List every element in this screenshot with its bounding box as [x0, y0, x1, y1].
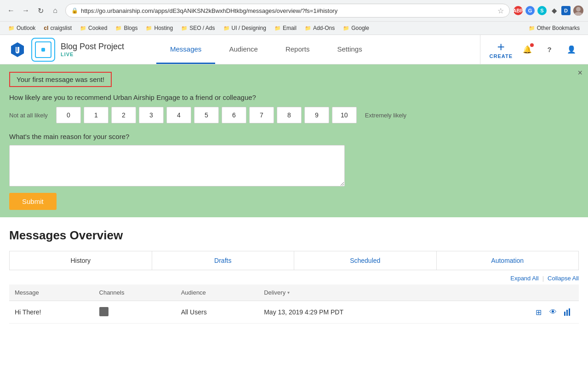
back-button[interactable]: ←: [5, 4, 17, 17]
seo-label: SEO / Ads: [189, 25, 215, 31]
app-title-area: Blog Post Project LIVE: [61, 42, 124, 57]
svg-rect-3: [566, 310, 568, 316]
nav-buttons: ← → ↻ ⌂: [5, 4, 62, 17]
url-text: https://go.urbanairship.com/apps/dE3qANi…: [81, 7, 495, 14]
nav-audience[interactable]: Audience: [215, 35, 272, 64]
app-project-logo-dot: [41, 48, 45, 52]
survey-banner: × Your first message was sent! How likel…: [0, 64, 588, 217]
scale-1[interactable]: 1: [84, 107, 108, 123]
other-bookmarks[interactable]: 📁 Other Bookmarks: [525, 23, 583, 33]
bookmark-addons[interactable]: 📁 Add-Ons: [301, 23, 338, 33]
expand-all-link[interactable]: Expand All: [510, 275, 538, 282]
app-nav: Messages Audience Reports Settings: [156, 35, 480, 64]
email-folder-icon: 📁: [274, 25, 281, 31]
scale-4[interactable]: 4: [166, 107, 191, 123]
user-avatar-browser[interactable]: [573, 6, 583, 16]
bookmark-email[interactable]: 📁 Email: [271, 23, 300, 33]
app-project-logo-inner: [35, 41, 51, 58]
table-row: Hi There! All Users May 13, 2019 4:29 PM…: [9, 301, 579, 324]
cooked-label: Cooked: [88, 25, 107, 31]
abp-extension[interactable]: ABP: [514, 6, 523, 15]
survey-question-text: How likely are you to recommend Urban Ai…: [9, 93, 579, 101]
diamond-extension[interactable]: ◆: [549, 6, 559, 15]
hosting-folder-icon: 📁: [146, 25, 152, 31]
survey-reason-label: What's the main reason for your score?: [9, 133, 579, 140]
scale-8[interactable]: 8: [277, 107, 302, 123]
scale-min-label: Not at all likely: [9, 112, 48, 119]
push-channel-icon: [99, 307, 108, 316]
survey-submit-button[interactable]: Submit: [9, 193, 57, 210]
bookmark-star-icon[interactable]: ☆: [497, 6, 504, 15]
google-extension[interactable]: G: [525, 6, 535, 15]
google-folder-icon: 📁: [343, 25, 349, 31]
forward-button[interactable]: →: [19, 4, 32, 17]
bookmark-ui-designing[interactable]: 📁 UI / Designing: [220, 23, 270, 33]
scale-numbers: 0 1 2 3 4 5 6 7 8 9 10: [56, 107, 357, 123]
row-add-action[interactable]: ⊞: [533, 307, 544, 318]
refresh-button[interactable]: ↻: [34, 4, 47, 17]
scale-3[interactable]: 3: [139, 107, 164, 123]
messages-table: Message Channels Audience Delivery ▾ Hi …: [9, 284, 579, 324]
ua-home-logo[interactable]: [9, 41, 26, 58]
scale-2[interactable]: 2: [111, 107, 136, 123]
row-delivery: May 13, 2019 4:29 PM PDT: [258, 301, 462, 324]
row-channels: [94, 301, 176, 324]
nav-settings[interactable]: Settings: [323, 35, 376, 64]
col-header-delivery: Delivery ▾: [258, 284, 462, 301]
create-plus-icon: +: [497, 41, 505, 53]
messages-overview: Messages Overview History Drafts Schedul…: [0, 217, 588, 324]
help-button[interactable]: ?: [542, 42, 557, 57]
scale-0[interactable]: 0: [56, 107, 81, 123]
scale-7[interactable]: 7: [249, 107, 274, 123]
address-bar[interactable]: 🔒 https://go.urbanairship.com/apps/dE3qA…: [65, 4, 510, 17]
tab-automation[interactable]: Automation: [437, 251, 579, 270]
messages-overview-title: Messages Overview: [9, 228, 579, 243]
tab-history[interactable]: History: [10, 251, 152, 270]
row-chart-action[interactable]: [562, 307, 573, 318]
addons-label: Add-Ons: [313, 25, 335, 31]
app-status-badge: LIVE: [61, 52, 124, 57]
create-button[interactable]: + CREATE: [490, 41, 513, 59]
scale-10[interactable]: 10: [332, 107, 357, 123]
row-view-action[interactable]: 👁: [548, 307, 559, 318]
notifications-button[interactable]: 🔔: [520, 42, 535, 57]
craigslist-icon: cl: [44, 25, 48, 31]
collapse-all-link[interactable]: Collapse All: [548, 275, 579, 282]
bookmark-hosting[interactable]: 📁 Hosting: [142, 23, 177, 33]
email-label: Email: [283, 25, 297, 31]
bookmark-craigslist[interactable]: cl craigslist: [40, 23, 75, 33]
app-header: Blog Post Project LIVE Messages Audience…: [0, 35, 588, 64]
bookmark-seo-ads[interactable]: 📁 SEO / Ads: [177, 23, 218, 33]
blogs-folder-icon: 📁: [115, 25, 122, 31]
scale-5[interactable]: 5: [194, 107, 219, 123]
notification-badge: [530, 43, 534, 47]
survey-scale: Not at all likely 0 1 2 3 4 5 6 7 8 9 10…: [9, 107, 579, 123]
create-label: CREATE: [490, 53, 513, 59]
bookmark-blogs[interactable]: 📁 Blogs: [112, 23, 141, 33]
user-menu-button[interactable]: 👤: [564, 42, 579, 57]
tab-drafts[interactable]: Drafts: [152, 251, 295, 270]
bookmark-google[interactable]: 📁 Google: [339, 23, 373, 33]
home-button[interactable]: ⌂: [49, 4, 62, 17]
row-actions: ⊞ 👁: [462, 301, 579, 324]
bookmark-cooked[interactable]: 📁 Cooked: [76, 23, 111, 33]
nav-messages[interactable]: Messages: [156, 35, 215, 64]
skype-extension[interactable]: S: [537, 6, 547, 15]
scale-9[interactable]: 9: [304, 107, 329, 123]
nav-reports[interactable]: Reports: [272, 35, 324, 64]
delivery-sort-icon[interactable]: ▾: [287, 290, 290, 295]
survey-reason-textarea[interactable]: [9, 145, 345, 186]
ui-folder-icon: 📁: [223, 25, 230, 31]
scale-6[interactable]: 6: [222, 107, 246, 123]
app-title: Blog Post Project: [61, 42, 124, 52]
table-controls: Expand All | Collapse All: [9, 270, 579, 284]
bookmark-outlook[interactable]: 📁 Outlook: [5, 23, 39, 33]
svg-rect-2: [564, 312, 565, 316]
tab-scheduled[interactable]: Scheduled: [294, 251, 437, 270]
other-bookmarks-label: Other Bookmarks: [537, 25, 580, 31]
bookmarks-bar: 📁 Outlook cl craigslist 📁 Cooked 📁 Blogs…: [0, 21, 588, 35]
d-extension[interactable]: D: [561, 6, 571, 15]
svg-point-0: [576, 7, 581, 12]
app-logo-area: Blog Post Project LIVE: [0, 38, 156, 62]
survey-close-button[interactable]: ×: [577, 68, 582, 78]
